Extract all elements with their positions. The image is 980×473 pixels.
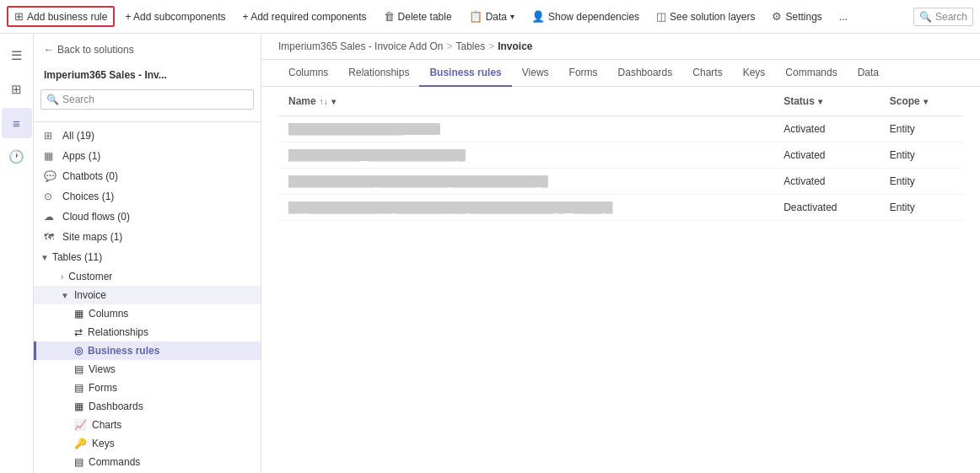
sidebar-item-site-maps[interactable]: 🗺 Site maps (1) xyxy=(34,227,261,247)
see-solution-layers-button[interactable]: ◫ See solution layers xyxy=(649,7,762,26)
settings-button[interactable]: ⚙ Settings xyxy=(765,7,828,26)
invoice-chevron-icon: ▼ xyxy=(61,291,69,300)
table-row[interactable]: ████████████ ██████████ ████████████ █Ac… xyxy=(278,169,963,195)
tables-group-header[interactable]: ▼ Tables (11) xyxy=(34,247,261,267)
add-business-rule-button[interactable]: ⊞ Add business rule xyxy=(7,6,115,27)
sidebar-leaf-forms[interactable]: ▤ Forms xyxy=(34,379,261,397)
overview-icon-button[interactable]: ⊞ xyxy=(2,74,32,105)
sidebar-leaf-columns[interactable]: ▦ Columns xyxy=(34,304,261,323)
add-subcomponents-button[interactable]: + Add subcomponents xyxy=(118,8,232,26)
sidebar-leaf-keys[interactable]: 🔑 Keys xyxy=(34,434,261,453)
tab-columns[interactable]: Columns xyxy=(278,60,338,87)
tabs-bar: Columns Relationships Business rules Vie… xyxy=(261,60,980,87)
business-rules-table-area: Name ↑↓ ▾ Status ▾ xyxy=(261,87,980,473)
business-rules-table: Name ↑↓ ▾ Status ▾ xyxy=(278,87,963,221)
cell-status: Activated xyxy=(773,116,880,142)
sidebar-leaf-business-rules[interactable]: ◎ Business rules xyxy=(34,341,261,360)
commands-icon: ▤ xyxy=(74,456,83,468)
hamburger-button[interactable]: ☰ xyxy=(2,40,32,71)
toolbar: ⊞ Add business rule + Add subcomponents … xyxy=(0,0,980,34)
layers-icon: ◫ xyxy=(656,10,666,23)
name-sort[interactable]: Name ↑↓ ▾ xyxy=(288,95,763,107)
breadcrumb-sep1: > xyxy=(446,40,452,52)
sidebar-item-choices[interactable]: ⊙ Choices (1) xyxy=(34,186,261,207)
site-maps-icon: 🗺 xyxy=(44,231,57,243)
table-row[interactable]: ████████████████ActivatedEntity xyxy=(278,116,963,142)
sidebar-leaf-relationships[interactable]: ⇄ Relationships xyxy=(34,323,261,341)
sidebar-leaf-charts[interactable]: 📈 Charts xyxy=(34,416,261,434)
dashboards-icon: ▦ xyxy=(74,400,83,412)
chevron-down-name: ▾ xyxy=(331,97,336,106)
show-dependencies-button[interactable]: 👤 Show dependencies xyxy=(525,7,646,26)
tab-charts[interactable]: Charts xyxy=(682,60,732,87)
sidebar-leaf-commands[interactable]: ▤ Commands xyxy=(34,453,261,471)
history-icon-button[interactable]: 🕐 xyxy=(2,142,32,172)
breadcrumb-part1[interactable]: Imperium365 Sales - Invoice Add On xyxy=(278,40,443,52)
scope-sort[interactable]: Scope ▾ xyxy=(890,95,953,107)
tab-views[interactable]: Views xyxy=(512,60,559,87)
cloud-flows-icon: ☁ xyxy=(44,211,57,223)
all-icon: ⊞ xyxy=(44,130,57,142)
tables-chevron-icon: ▼ xyxy=(40,253,49,262)
tab-relationships[interactable]: Relationships xyxy=(338,60,419,87)
tab-forms[interactable]: Forms xyxy=(559,60,608,87)
cell-scope: Entity xyxy=(880,195,963,221)
tab-dashboards[interactable]: Dashboards xyxy=(608,60,683,87)
dependencies-icon: 👤 xyxy=(531,10,545,23)
tab-data[interactable]: Data xyxy=(848,60,889,87)
apps-icon: ▦ xyxy=(44,150,57,162)
columns-icon: ▦ xyxy=(74,308,83,320)
sidebar-leaf-views[interactable]: ▤ Views xyxy=(34,360,261,379)
sidebar-search-box[interactable]: 🔍 Search xyxy=(40,89,254,110)
status-sort[interactable]: Status ▾ xyxy=(783,95,870,107)
search-icon: 🔍 xyxy=(919,11,932,23)
cell-scope: Entity xyxy=(880,142,963,169)
chevron-down-scope: ▾ xyxy=(923,97,928,106)
tab-commands[interactable]: Commands xyxy=(775,60,847,87)
content-area: Imperium365 Sales - Invoice Add On > Tab… xyxy=(261,34,980,473)
objects-icon-button[interactable]: ≡ xyxy=(2,108,32,138)
tables-group: ▼ Tables (11) › Customer ▼ Invoice ▦ Col… xyxy=(34,247,261,473)
forms-icon: ▤ xyxy=(74,382,83,394)
keys-icon: 🔑 xyxy=(74,438,87,449)
add-required-button[interactable]: + Add required components xyxy=(235,8,373,26)
sidebar-item-invoice[interactable]: ▼ Invoice xyxy=(34,286,261,304)
sidebar-item-chatbots[interactable]: 💬 Chatbots (0) xyxy=(34,166,261,186)
settings-icon: ⚙ xyxy=(772,10,782,23)
chevron-down-status: ▾ xyxy=(818,97,822,106)
delete-table-button[interactable]: 🗑 Delete table xyxy=(377,7,459,26)
sidebar-item-all[interactable]: ⊞ All (19) xyxy=(34,126,261,146)
cell-name: ██████████ - ████████████ █ xyxy=(278,142,773,169)
sidebar-nav: ⊞ All (19) ▦ Apps (1) 💬 Chatbots (0) ⊙ C… xyxy=(34,122,261,473)
table-row[interactable]: ██ ████████████ ██████████ ████████████ … xyxy=(278,195,963,221)
delete-icon: 🗑 xyxy=(384,10,395,23)
data-icon: 📋 xyxy=(469,10,482,23)
tab-business-rules[interactable]: Business rules xyxy=(419,60,511,87)
breadcrumb-part2[interactable]: Tables xyxy=(455,40,485,52)
data-button[interactable]: 📋 Data ▾ xyxy=(462,7,521,26)
sidebar-app-title: Imperium365 Sales - Inv... xyxy=(40,66,254,84)
breadcrumb-sep2: > xyxy=(488,40,494,52)
tab-keys[interactable]: Keys xyxy=(733,60,776,87)
charts-icon: 📈 xyxy=(74,419,87,431)
customer-chevron-icon: › xyxy=(61,272,63,282)
cell-name: ████████████████ xyxy=(278,116,773,142)
breadcrumb: Imperium365 Sales - Invoice Add On > Tab… xyxy=(261,34,980,60)
sidebar-search-icon: 🔍 xyxy=(46,94,59,105)
col-header-status[interactable]: Status ▾ xyxy=(773,87,880,116)
sidebar-leaf-dashboards[interactable]: ▦ Dashboards xyxy=(34,397,261,416)
col-header-scope[interactable]: Scope ▾ xyxy=(880,87,963,116)
choices-icon: ⊙ xyxy=(44,191,57,202)
cell-status: Activated xyxy=(773,142,880,169)
toolbar-search: 🔍 Search xyxy=(913,8,973,26)
icon-rail: ☰ ⊞ ≡ 🕐 xyxy=(0,34,34,473)
more-button[interactable]: ... xyxy=(832,8,854,26)
sidebar-item-cloud-flows[interactable]: ☁ Cloud flows (0) xyxy=(34,207,261,227)
main-layout: ☰ ⊞ ≡ 🕐 ← Back to solutions Imperium365 … xyxy=(0,34,980,473)
table-row[interactable]: ██████████ - ████████████ █ActivatedEnti… xyxy=(278,142,963,169)
col-header-name[interactable]: Name ↑↓ ▾ xyxy=(278,87,773,116)
sidebar-item-apps[interactable]: ▦ Apps (1) xyxy=(34,146,261,166)
cell-status: Deactivated xyxy=(773,195,880,221)
sidebar-item-customer[interactable]: › Customer xyxy=(34,267,261,286)
back-to-solutions-button[interactable]: ← Back to solutions xyxy=(40,40,254,59)
